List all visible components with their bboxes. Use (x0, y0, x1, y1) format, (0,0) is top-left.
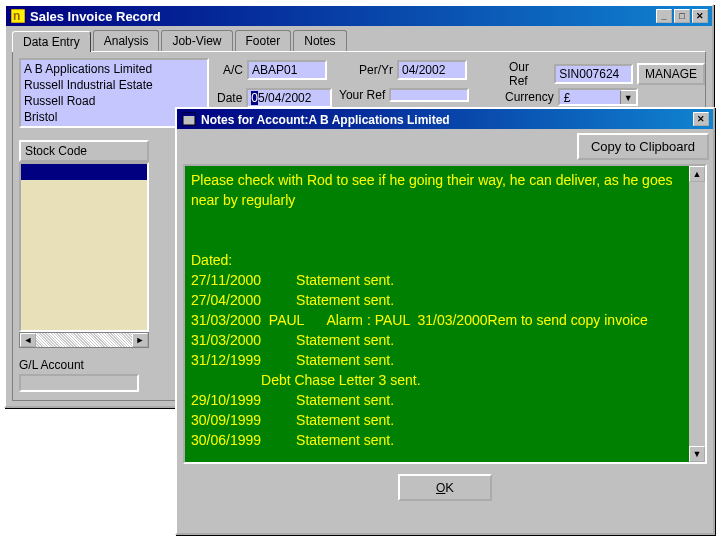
tab-strip: Data Entry Analysis Job-View Footer Note… (6, 26, 712, 51)
address-line: Russell Industrial Estate (24, 77, 204, 93)
main-titlebar: n Sales Invoice Record _ □ ✕ (6, 6, 712, 26)
scroll-track[interactable] (689, 182, 705, 446)
tab-footer[interactable]: Footer (235, 30, 292, 51)
notes-title-prefix: Notes for Account: (201, 113, 309, 127)
table-row[interactable] (21, 164, 147, 180)
main-title: Sales Invoice Record (30, 9, 656, 24)
tab-job-view[interactable]: Job-View (161, 30, 232, 51)
maximize-button[interactable]: □ (674, 9, 690, 23)
peryr-field[interactable]: 04/2002 (397, 60, 467, 80)
peryr-label: Per/Yr (359, 63, 393, 77)
close-button[interactable]: ✕ (692, 9, 708, 23)
stock-code-list[interactable] (19, 162, 149, 332)
address-line: A B Applications Limited (24, 61, 204, 77)
date-field[interactable]: 05/04/2002 (246, 88, 332, 108)
date-label: Date (217, 91, 242, 105)
currency-select[interactable]: £ ▼ (558, 88, 638, 106)
stock-code-header[interactable]: Stock Code (19, 140, 149, 162)
tab-data-entry[interactable]: Data Entry (12, 31, 91, 52)
tab-notes[interactable]: Notes (293, 30, 346, 51)
notes-textarea[interactable]: Please check with Rod to see if he going… (185, 166, 689, 462)
notes-close-button[interactable]: ✕ (693, 112, 709, 126)
ourref-field: SIN007624 (554, 64, 633, 84)
notes-title-account: A B Applications Limited (309, 113, 450, 127)
tab-analysis[interactable]: Analysis (93, 30, 160, 51)
currency-label: Currency (505, 90, 554, 104)
currency-value: £ (560, 90, 620, 104)
vertical-scrollbar[interactable]: ▲ ▼ (689, 166, 705, 462)
scroll-up-icon[interactable]: ▲ (689, 166, 705, 182)
gl-account-label: G/L Account (19, 358, 139, 372)
copy-to-clipboard-button[interactable]: Copy to Clipboard (577, 133, 709, 160)
gl-account-field[interactable] (19, 374, 139, 392)
app-icon: n (10, 8, 26, 24)
ac-field[interactable]: ABAP01 (247, 60, 327, 80)
notes-titlebar: Notes for Account:A B Applications Limit… (177, 109, 713, 129)
svg-rect-3 (183, 113, 195, 116)
ac-label: A/C (223, 63, 243, 77)
scroll-down-icon[interactable]: ▼ (689, 446, 705, 462)
yourref-field[interactable] (389, 88, 469, 102)
gl-account-row: G/L Account (19, 358, 139, 392)
chevron-down-icon[interactable]: ▼ (620, 90, 636, 104)
notes-window: Notes for Account:A B Applications Limit… (175, 107, 715, 535)
notes-textarea-container: Please check with Rod to see if he going… (183, 164, 707, 464)
stock-code-column: Stock Code ◄ ► (19, 140, 149, 348)
notes-button-row: OK (177, 464, 713, 511)
scroll-track[interactable] (36, 333, 132, 347)
notes-toolbar: Copy to Clipboard (177, 129, 713, 164)
horizontal-scrollbar[interactable]: ◄ ► (19, 332, 149, 348)
scroll-left-icon[interactable]: ◄ (20, 333, 36, 347)
notes-title: Notes for Account:A B Applications Limit… (201, 112, 693, 127)
form-icon (181, 111, 197, 127)
yourref-label: Your Ref (339, 88, 385, 102)
svg-text:n: n (13, 9, 20, 23)
ourref-label: Our Ref (509, 60, 550, 88)
manage-button[interactable]: MANAGE (637, 63, 705, 85)
scroll-right-icon[interactable]: ► (132, 333, 148, 347)
minimize-button[interactable]: _ (656, 9, 672, 23)
ok-button[interactable]: OK (398, 474, 492, 501)
